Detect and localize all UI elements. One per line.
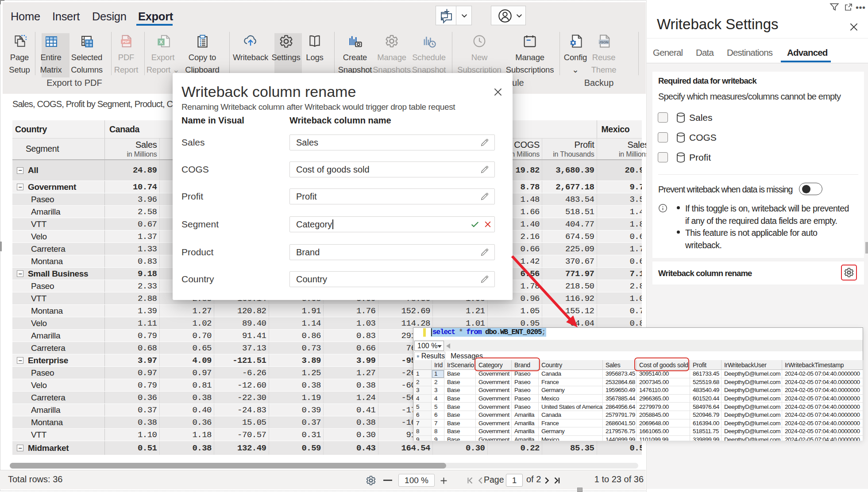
svg-text:PDF: PDF xyxy=(123,40,130,44)
svg-text:JSON: JSON xyxy=(599,40,609,44)
svg-text:X: X xyxy=(159,39,163,45)
